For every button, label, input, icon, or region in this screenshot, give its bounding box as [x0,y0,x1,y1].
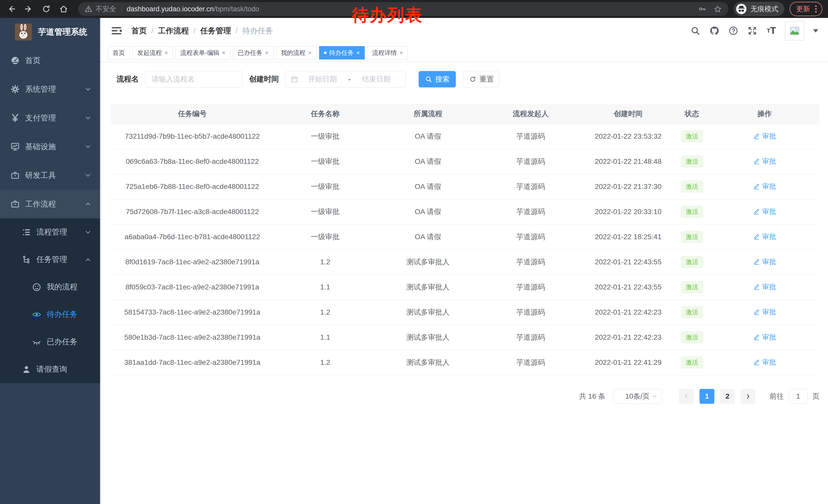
page-button-2[interactable]: 2 [720,389,735,404]
column-header: 流程发起人 [480,104,582,124]
edit-icon [753,258,760,265]
github-icon[interactable] [709,26,720,36]
status-cell: 激活 [674,350,710,375]
approve-link[interactable]: 审批 [753,332,776,342]
sidebar-item-devtools[interactable]: 研发工具 [0,161,100,190]
action-cell: 审批 [710,149,820,174]
table-row: 73211d9d-7b9b-11ec-b5b7-acde48001122一级审批… [111,124,820,149]
table-row: 8f0d1619-7ac8-11ec-a9e2-a2380e71991a1.2测… [111,249,820,275]
created-cell: 2022-01-22 21:37:30 [582,174,674,199]
created-cell: 2022-01-22 20:33:10 [582,199,674,224]
key-icon[interactable] [698,5,706,13]
table-row: 8f059c03-7ac8-11ec-a9e2-a2380e71991a1.1测… [111,275,820,300]
avatar[interactable] [785,21,804,41]
task-id-cell: 58154733-7ac8-11ec-a9e2-a2380e71991a [111,300,274,325]
update-button[interactable]: 更新 [790,2,822,16]
approve-link[interactable]: 审批 [753,132,776,141]
face-icon [32,282,42,292]
page-size-select[interactable]: 10条/页 [613,389,662,404]
search-button[interactable]: 搜索 [419,71,456,87]
initiator-cell: 芋道源码 [480,149,582,174]
approve-link[interactable]: 审批 [753,282,776,291]
created-cell: 2022-01-22 23:53:32 [582,124,674,149]
approve-link[interactable]: 审批 [753,307,776,317]
close-icon[interactable]: × [399,50,403,56]
close-icon[interactable]: × [222,50,225,56]
task-id-cell: 580e1b3d-7ac8-11ec-a9e2-a2380e71991a [111,325,274,350]
sidebar-item-workflow[interactable]: 工作流程 [0,190,100,218]
search-icon[interactable] [690,26,701,36]
prev-page-button[interactable] [679,389,694,404]
page-suffix-label: 页 [812,392,820,401]
home-icon[interactable] [58,3,69,15]
filter-form: 流程名 创建时间 开始日期 - 结束日期 搜索 重置 [111,71,820,87]
sidebar-item-done-task[interactable]: 已办任务 [0,328,100,356]
tab-1[interactable]: 发起流程× [132,46,173,59]
approve-link[interactable]: 审批 [753,358,776,367]
sidebar-item-leave-query[interactable]: 请假查询 [0,356,100,383]
chevron-down-icon [84,114,92,122]
help-icon[interactable] [728,26,739,36]
task-id-cell: 069c6a63-7b8a-11ec-8ef0-acde48001122 [111,149,274,174]
page-button-1[interactable]: 1 [700,389,714,404]
monitor-icon [10,142,20,151]
back-icon[interactable] [6,3,17,15]
sidebar-item-todo-task[interactable]: 待办任务 [0,301,100,328]
task-id-cell: 8f059c03-7ac8-11ec-a9e2-a2380e71991a [111,275,274,300]
goto-page-input[interactable] [788,389,808,404]
breadcrumb-home[interactable]: 首页 [131,26,147,36]
close-icon[interactable]: × [164,50,168,56]
action-cell: 审批 [710,124,820,149]
breadcrumb-workflow[interactable]: 工作流程 [158,26,189,36]
sidebar-menu: 首页系统管理支付管理基础设施研发工具工作流程流程管理任务管理我的流程待办任务已办… [0,46,100,383]
date-range-input[interactable]: 开始日期 - 结束日期 [285,71,406,87]
font-size-icon[interactable]: TT [766,26,777,36]
browser-menu-icon[interactable] [814,4,818,13]
sidebar-item-payment[interactable]: 支付管理 [0,103,100,132]
bookmark-star-icon[interactable] [714,5,722,13]
approve-link[interactable]: 审批 [753,182,776,191]
tab-6[interactable]: 流程详情× [367,46,408,59]
sidebar-item-task-mgmt[interactable]: 任务管理 [0,246,100,273]
sidebar-item-infra[interactable]: 基础设施 [0,132,100,161]
approve-link[interactable]: 审批 [753,257,776,266]
close-icon[interactable]: × [308,50,312,56]
sidebar-collapse-icon[interactable] [111,26,122,36]
reset-button[interactable]: 重置 [463,71,499,87]
process-cell: 测试多审批人 [377,275,480,300]
forward-icon[interactable] [23,3,34,15]
close-icon[interactable]: × [356,50,360,56]
approve-link[interactable]: 审批 [753,156,776,166]
omnibox-divider [121,5,122,13]
task-id-cell: 725a1eb6-7b88-11ec-8ef0-acde48001122 [111,174,274,199]
task-name-cell: 一级审批 [274,149,377,174]
process-name-input[interactable] [145,71,243,87]
task-name-cell: 一级审批 [274,199,377,224]
tab-4[interactable]: 我的流程× [276,46,317,59]
url-host: dashboard.yudao.iocoder.cn [127,5,214,13]
approve-link[interactable]: 审批 [753,232,776,241]
sidebar-item-my-process[interactable]: 我的流程 [0,273,100,301]
breadcrumb-task-mgmt[interactable]: 任务管理 [200,26,231,36]
edit-icon [753,233,760,240]
fullscreen-icon[interactable] [747,26,758,36]
avatar-dropdown-icon[interactable] [813,29,818,33]
tab-0[interactable]: 首页 [108,46,130,59]
close-icon[interactable]: × [265,50,268,56]
table-row: 069c6a63-7b8a-11ec-8ef0-acde48001122一级审批… [111,149,820,174]
sidebar-item-system[interactable]: 系统管理 [0,75,100,103]
tab-2[interactable]: 流程表单-编辑× [175,46,230,59]
reload-icon[interactable] [41,3,52,15]
approve-link[interactable]: 审批 [753,207,776,216]
status-cell: 激活 [674,124,710,149]
sidebar-item-home[interactable]: 首页 [0,46,100,75]
breadcrumb-current: 待办任务 [242,26,273,36]
task-name-cell: 1.2 [274,300,377,325]
process-name-label: 流程名 [117,74,139,84]
next-page-button[interactable] [741,389,755,404]
app-logo-row[interactable]: 芋道管理系统 [0,18,100,46]
tab-active-5[interactable]: 待办任务× [319,46,365,59]
action-cell: 审批 [710,275,820,300]
tab-3[interactable]: 已办任务× [233,46,274,59]
sidebar-item-process-mgmt[interactable]: 流程管理 [0,218,100,246]
